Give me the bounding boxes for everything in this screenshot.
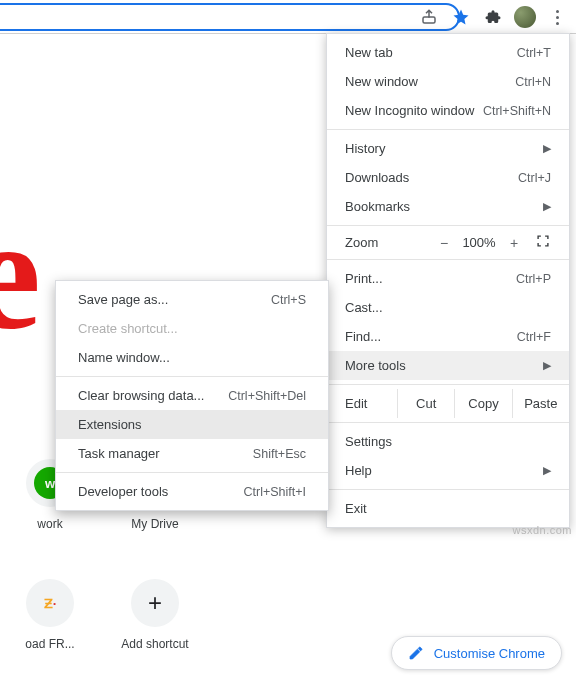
shortcut-freez[interactable]: Ƶ· oad FR... — [0, 579, 110, 651]
menu-settings[interactable]: Settings — [327, 427, 569, 456]
menu-label: More tools — [345, 358, 406, 373]
menu-label: Name window... — [78, 350, 170, 365]
menu-more-tools[interactable]: More tools ▶ — [327, 351, 569, 380]
menu-shortcut: Ctrl+S — [271, 293, 306, 307]
zoom-value: 100% — [457, 235, 501, 250]
menu-shortcut: Ctrl+P — [516, 272, 551, 286]
menu-shortcut: Shift+Esc — [253, 447, 306, 461]
menu-shortcut: Ctrl+N — [515, 75, 551, 89]
chevron-right-icon: ▶ — [543, 359, 551, 372]
menu-zoom-row: Zoom − 100% + — [327, 230, 569, 255]
copy-button[interactable]: Copy — [454, 389, 511, 418]
fullscreen-button[interactable] — [527, 234, 559, 251]
menu-label: Cast... — [345, 300, 383, 315]
chevron-right-icon: ▶ — [543, 200, 551, 213]
menu-label: Clear browsing data... — [78, 388, 204, 403]
menu-label: New Incognito window — [345, 103, 474, 118]
submenu-clear-data[interactable]: Clear browsing data... Ctrl+Shift+Del — [56, 381, 328, 410]
menu-label: Settings — [345, 434, 392, 449]
menu-label: Save page as... — [78, 292, 168, 307]
menu-separator — [327, 384, 569, 385]
menu-exit[interactable]: Exit — [327, 494, 569, 523]
menu-label: Extensions — [78, 417, 142, 432]
menu-cast[interactable]: Cast... — [327, 293, 569, 322]
menu-label: Help — [345, 463, 372, 478]
paste-button[interactable]: Paste — [512, 389, 569, 418]
plus-icon: + — [148, 589, 162, 617]
menu-label: Zoom — [345, 235, 431, 250]
customise-chrome-button[interactable]: Customise Chrome — [391, 636, 562, 670]
chrome-main-menu: New tab Ctrl+T New window Ctrl+N New Inc… — [326, 33, 570, 528]
share-icon[interactable] — [418, 6, 440, 28]
menu-label: New window — [345, 74, 418, 89]
shortcut-label: oad FR... — [0, 637, 110, 651]
menu-separator — [327, 422, 569, 423]
menu-history[interactable]: History ▶ — [327, 134, 569, 163]
menu-shortcut: Ctrl+Shift+I — [243, 485, 306, 499]
submenu-task-manager[interactable]: Task manager Shift+Esc — [56, 439, 328, 468]
menu-label: Bookmarks — [345, 199, 410, 214]
menu-incognito[interactable]: New Incognito window Ctrl+Shift+N — [327, 96, 569, 125]
menu-downloads[interactable]: Downloads Ctrl+J — [327, 163, 569, 192]
menu-separator — [56, 472, 328, 473]
menu-label: Exit — [345, 501, 367, 516]
chevron-right-icon: ▶ — [543, 142, 551, 155]
app-icon: Ƶ· — [44, 596, 57, 611]
menu-label: Downloads — [345, 170, 409, 185]
watermark: wsxdn.com — [512, 524, 572, 536]
menu-label: Task manager — [78, 446, 160, 461]
menu-new-tab[interactable]: New tab Ctrl+T — [327, 38, 569, 67]
shortcut-add[interactable]: + Add shortcut — [95, 579, 215, 651]
menu-label: Developer tools — [78, 484, 168, 499]
svg-rect-0 — [423, 17, 435, 23]
shortcut-label: work — [0, 517, 110, 531]
cut-button[interactable]: Cut — [397, 389, 454, 418]
menu-shortcut: Ctrl+Shift+Del — [228, 389, 306, 403]
menu-shortcut: Ctrl+Shift+N — [483, 104, 551, 118]
shortcut-label: Add shortcut — [95, 637, 215, 651]
menu-new-window[interactable]: New window Ctrl+N — [327, 67, 569, 96]
menu-label: History — [345, 141, 385, 156]
menu-print[interactable]: Print... Ctrl+P — [327, 264, 569, 293]
menu-bookmarks[interactable]: Bookmarks ▶ — [327, 192, 569, 221]
menu-find[interactable]: Find... Ctrl+F — [327, 322, 569, 351]
browser-toolbar — [0, 0, 576, 34]
zoom-out-button[interactable]: − — [431, 235, 457, 251]
menu-separator — [327, 489, 569, 490]
submenu-save-page[interactable]: Save page as... Ctrl+S — [56, 285, 328, 314]
menu-separator — [56, 376, 328, 377]
menu-separator — [327, 259, 569, 260]
submenu-name-window[interactable]: Name window... — [56, 343, 328, 372]
extensions-puzzle-icon[interactable] — [482, 6, 504, 28]
menu-label: Create shortcut... — [78, 321, 178, 336]
bookmark-star-icon[interactable] — [450, 6, 472, 28]
submenu-create-shortcut: Create shortcut... — [56, 314, 328, 343]
submenu-extensions[interactable]: Extensions — [56, 410, 328, 439]
zoom-in-button[interactable]: + — [501, 235, 527, 251]
omnibox[interactable] — [0, 3, 460, 31]
logo-fragment: e — [0, 194, 41, 354]
menu-label: Edit — [327, 389, 397, 418]
pencil-icon — [408, 645, 424, 661]
menu-shortcut: Ctrl+J — [518, 171, 551, 185]
menu-label: New tab — [345, 45, 393, 60]
chevron-right-icon: ▶ — [543, 464, 551, 477]
pill-label: Customise Chrome — [434, 646, 545, 661]
menu-separator — [327, 225, 569, 226]
more-tools-submenu: Save page as... Ctrl+S Create shortcut..… — [55, 280, 329, 511]
menu-separator — [327, 129, 569, 130]
submenu-developer-tools[interactable]: Developer tools Ctrl+Shift+I — [56, 477, 328, 506]
profile-avatar[interactable] — [514, 6, 536, 28]
menu-shortcut: Ctrl+T — [517, 46, 551, 60]
menu-help[interactable]: Help ▶ — [327, 456, 569, 485]
menu-edit-row: Edit Cut Copy Paste — [327, 389, 569, 418]
menu-label: Print... — [345, 271, 383, 286]
menu-label: Find... — [345, 329, 381, 344]
shortcut-label: My Drive — [95, 517, 215, 531]
menu-shortcut: Ctrl+F — [517, 330, 551, 344]
kebab-menu-icon[interactable] — [546, 6, 568, 28]
